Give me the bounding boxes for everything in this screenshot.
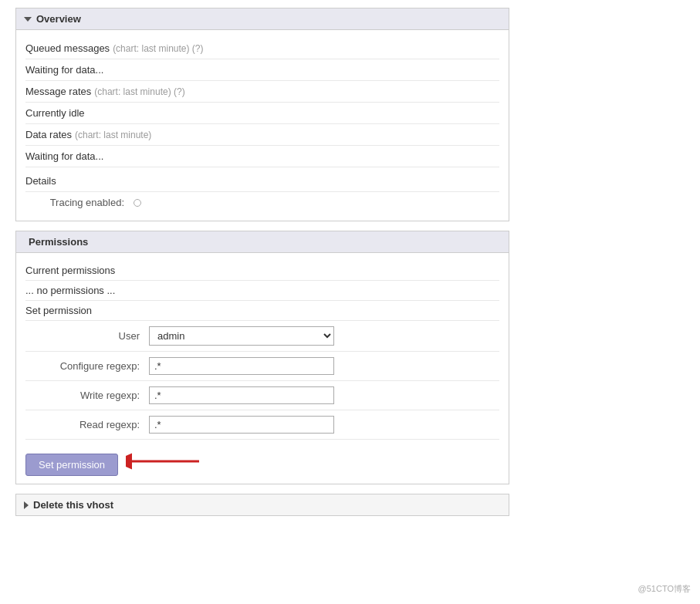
waiting-data-row-1: Waiting for data... <box>25 59 499 81</box>
currently-idle-label: Currently idle <box>25 107 85 119</box>
permissions-section-header[interactable]: Permissions <box>15 231 509 253</box>
queued-messages-suffix: (chart: last minute) (?) <box>113 43 203 54</box>
queued-messages-row: Queued messages (chart: last minute) (?) <box>25 38 499 59</box>
user-label: User <box>25 330 149 342</box>
data-rates-suffix: (chart: last minute) <box>75 130 151 140</box>
red-arrow-icon <box>126 450 203 472</box>
user-form-row: User admin <box>25 321 499 352</box>
queued-messages-label: Queued messages <box>25 42 110 54</box>
message-rates-row: Message rates (chart: last minute) (?) <box>25 81 499 103</box>
read-regexp-input[interactable] <box>149 416 334 434</box>
write-regexp-row: Write regexp: <box>25 381 499 410</box>
permissions-section-body: Current permissions ... no permissions .… <box>15 253 509 484</box>
data-rates-label: Data rates <box>25 129 72 140</box>
write-regexp-input[interactable] <box>149 386 334 404</box>
permissions-title: Permissions <box>29 236 88 248</box>
waiting-data-label-2: Waiting for data... <box>25 150 103 162</box>
overview-title: Overview <box>36 13 81 25</box>
watermark: @51CTO博客 <box>638 583 691 595</box>
write-regexp-label: Write regexp: <box>25 390 149 401</box>
no-permissions-row: ... no permissions ... <box>25 281 499 301</box>
set-permission-button[interactable]: Set permission <box>25 454 118 476</box>
set-permission-title-row: Set permission <box>25 301 499 321</box>
waiting-data-label-1: Waiting for data... <box>25 64 103 76</box>
data-rates-row: Data rates (chart: last minute) <box>25 124 499 146</box>
read-regexp-row: Read regexp: <box>25 410 499 440</box>
configure-regexp-input[interactable] <box>149 357 334 375</box>
set-permission-btn-row: Set permission <box>25 440 499 476</box>
delete-vhost-section-header[interactable]: Delete this vhost <box>15 494 509 516</box>
delete-vhost-title: Delete this vhost <box>33 499 113 511</box>
overview-section-body: Queued messages (chart: last minute) (?)… <box>15 30 509 221</box>
tracing-enabled-icon <box>134 199 141 207</box>
read-regexp-label: Read regexp: <box>25 419 149 430</box>
overview-collapse-icon <box>24 17 32 22</box>
waiting-data-row-2: Waiting for data... <box>25 146 499 167</box>
delete-vhost-expand-icon <box>24 501 29 509</box>
current-permissions-label: Current permissions <box>25 265 115 276</box>
currently-idle-row: Currently idle <box>25 103 499 124</box>
current-permissions-row: Current permissions <box>25 261 499 281</box>
tracing-enabled-label: Tracing enabled: <box>25 197 134 208</box>
user-select[interactable]: admin <box>149 326 334 346</box>
details-title: Details <box>25 172 499 192</box>
tracing-enabled-row: Tracing enabled: <box>25 192 499 213</box>
details-subsection: Details Tracing enabled: <box>25 167 499 213</box>
no-permissions-text: ... no permissions ... <box>25 285 115 296</box>
configure-regexp-label: Configure regexp: <box>25 360 149 372</box>
configure-regexp-row: Configure regexp: <box>25 352 499 381</box>
overview-section-header[interactable]: Overview <box>15 8 509 30</box>
message-rates-label: Message rates <box>25 86 91 97</box>
message-rates-suffix: (chart: last minute) (?) <box>94 86 184 97</box>
set-permission-title-label: Set permission <box>25 305 92 316</box>
